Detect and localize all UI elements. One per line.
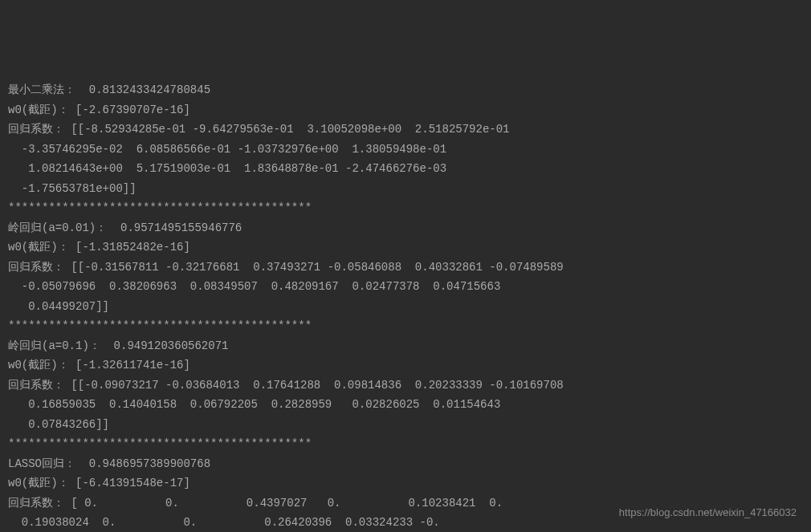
console-line: 0.07843266]]	[8, 415, 803, 435]
console-line: 0.04499207]]	[8, 297, 803, 317]
console-line: -1.75653781e+00]]	[8, 179, 803, 199]
watermark-text: https://blog.csdn.net/weixin_47166032	[619, 504, 797, 522]
console-line: LASSO回归： 0.9486957389900768	[8, 454, 803, 474]
console-line: w0(截距)： [-2.67390707e-16]	[8, 100, 803, 120]
console-line: w0(截距)： [-1.32611741e-16]	[8, 355, 803, 376]
console-line: 岭回归(a=0.01)： 0.9571495155946776	[8, 218, 803, 238]
console-line: 岭回归(a=0.1)： 0.949120360562071	[8, 336, 803, 356]
console-line: 回归系数： [[-0.09073217 -0.03684013 0.176412…	[8, 376, 803, 396]
console-line: ****************************************…	[8, 198, 803, 218]
console-line: 最小二乘法： 0.8132433424780845	[8, 80, 803, 100]
console-line: w0(截距)： [-6.41391548e-17]	[8, 473, 803, 493]
console-line: 1.08214643e+00 5.17519003e-01 1.83648878…	[8, 159, 803, 179]
console-line: -0.05079696 0.38206963 0.08349507 0.4820…	[8, 277, 803, 297]
console-line: w0(截距)： [-1.31852482e-16]	[8, 238, 803, 258]
console-line: -3.35746295e-02 6.08586566e-01 -1.037329…	[8, 140, 803, 160]
console-line: ****************************************…	[8, 316, 803, 336]
console-line: ****************************************…	[8, 434, 803, 454]
console-line: 回归系数： [[-0.31567811 -0.32176681 0.374932…	[8, 258, 803, 278]
console-line: 0.16859035 0.14040158 0.06792205 0.28289…	[8, 395, 803, 415]
console-output: 最小二乘法： 0.8132433424780845w0(截距)： [-2.673…	[8, 80, 803, 532]
console-line: 回归系数： [[-8.52934285e-01 -9.64279563e-01 …	[8, 120, 803, 140]
